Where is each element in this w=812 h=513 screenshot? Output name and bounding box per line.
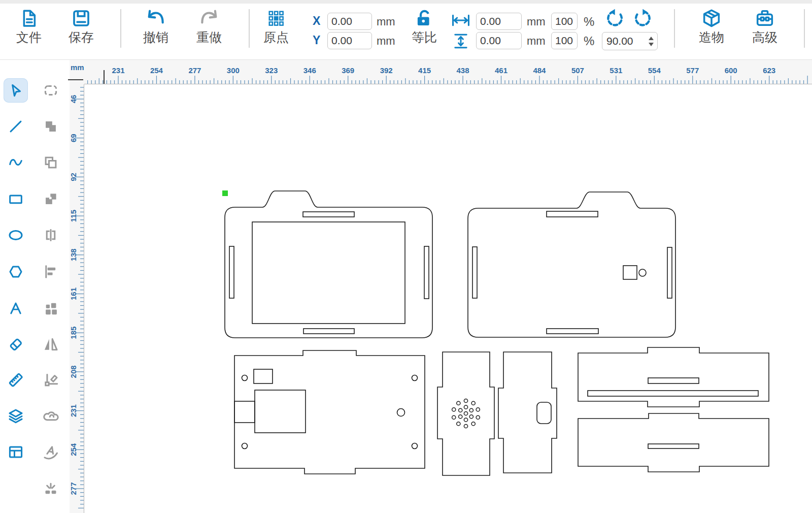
front-bottom-slot[interactable] [303,329,354,334]
back-left-slot[interactable] [472,247,477,298]
plate-screw-tr[interactable] [412,375,418,381]
height-percent-input[interactable] [551,32,578,49]
rotate-ccw-button[interactable] [604,8,625,28]
split-tool[interactable] [39,223,63,247]
boolean-exclude-tool[interactable] [39,187,63,211]
speaker-grille-hole [459,415,462,419]
front-left-slot[interactable] [229,246,234,298]
text-tool[interactable] [4,296,28,320]
curve-tool[interactable] [4,150,28,175]
rotation-spinner[interactable] [647,37,657,46]
back-top-slot[interactable] [547,211,598,217]
plate-small-square[interactable] [254,369,273,383]
arrange-tool[interactable] [39,296,63,320]
create-button[interactable]: 造物 [694,8,729,45]
eraser-tool[interactable] [4,332,28,357]
front-top-slot[interactable] [303,212,354,217]
top-cover-outline[interactable] [578,347,769,407]
back-bottom-slot[interactable] [547,329,598,334]
marquee-select-tool[interactable] [39,78,63,103]
advanced-button[interactable]: 高级 [747,8,783,45]
svg-text:161: 161 [70,287,78,300]
plate-screw-tl[interactable] [242,375,248,381]
text-icon [7,300,24,317]
save-button[interactable]: 保存 [65,8,97,45]
polygon-tool[interactable] [4,260,28,284]
speaker-grille-hole [464,418,467,422]
width-percent-input[interactable] [551,13,578,30]
side-speaker-outline[interactable] [437,352,494,475]
break-apart-icon [42,479,59,496]
plate-hole-right[interactable] [397,409,405,416]
bottom-cover-slot[interactable] [648,444,699,448]
text-on-path-tool[interactable] [39,440,63,464]
x-position-input[interactable] [327,13,372,30]
undo-button[interactable]: 撤销 [139,8,173,45]
mirror-tool[interactable] [39,332,63,357]
union-tool[interactable] [39,114,63,139]
weld-tool[interactable] [39,404,63,428]
ellipse-tool[interactable] [4,223,28,247]
plate-left-notch[interactable] [234,401,255,423]
back-panel-outline[interactable] [468,192,675,337]
undo-label: 撤销 [143,30,168,45]
create-label: 造物 [699,30,724,45]
back-right-slot[interactable] [667,247,672,298]
node-edit-tool[interactable] [39,368,63,392]
layers-tool[interactable] [4,404,28,428]
spinner-up-icon[interactable] [649,37,654,40]
toolbox-icon [754,8,775,29]
line-tool[interactable] [4,114,28,139]
file-button[interactable]: 文件 [13,8,45,45]
y-unit-label: mm [377,35,395,48]
ellipse-icon [7,227,24,244]
rotation-input[interactable]: 90.00 [602,32,658,50]
rotation-value: 90.00 [602,35,647,47]
rectangle-tool[interactable] [4,187,28,211]
speaker-grille-hole [471,401,475,405]
align-tool[interactable] [39,260,63,284]
plate-big-hole[interactable] [255,390,306,433]
back-button-circle[interactable] [639,269,646,276]
rotate-cw-button[interactable] [633,8,653,28]
bottom-cover-outline[interactable] [578,413,769,472]
proportional-lock-button[interactable]: 等比 [408,8,441,45]
side-button-hole[interactable] [537,402,551,424]
front-right-slot[interactable] [424,246,429,299]
polygon-icon [7,263,24,280]
svg-text:138: 138 [70,248,78,261]
measure-ruler-tool[interactable] [4,368,28,392]
height-input[interactable] [476,32,522,49]
y-position-input[interactable] [327,32,372,49]
table-icon [7,443,24,461]
file-label: 文件 [16,30,42,45]
top-cover-long-slot[interactable] [588,391,758,396]
speaker-grille-hole [459,408,462,412]
select-tool[interactable] [4,78,28,103]
front-screen-window[interactable] [252,222,405,324]
spinner-down-icon[interactable] [649,43,654,46]
top-cover-small-slot[interactable] [648,378,699,383]
plate-screw-bl[interactable] [242,443,248,449]
height-unit-label: mm [527,35,546,48]
speaker-grille-hole [476,408,480,411]
boolean-subtract-tool[interactable] [39,150,63,175]
width-input[interactable] [476,13,522,30]
svg-text:254: 254 [70,443,78,456]
plate-screw-br[interactable] [412,443,418,449]
svg-text:461: 461 [495,66,507,75]
side-button-outline[interactable] [498,352,557,473]
svg-text:438: 438 [457,66,469,75]
front-panel-outline[interactable] [225,191,432,338]
break-apart-tool[interactable] [39,475,63,500]
back-button-square[interactable] [623,266,637,279]
rectangle-icon [7,190,24,208]
redo-button[interactable]: 重做 [192,8,226,45]
design-canvas[interactable] [84,84,812,513]
svg-text:277: 277 [70,482,78,495]
speaker-grille-hole [464,399,467,402]
split-icon [42,227,59,244]
table-tool[interactable] [4,440,28,464]
svg-text:600: 600 [725,66,737,75]
origin-button[interactable]: 原点 [259,8,293,45]
